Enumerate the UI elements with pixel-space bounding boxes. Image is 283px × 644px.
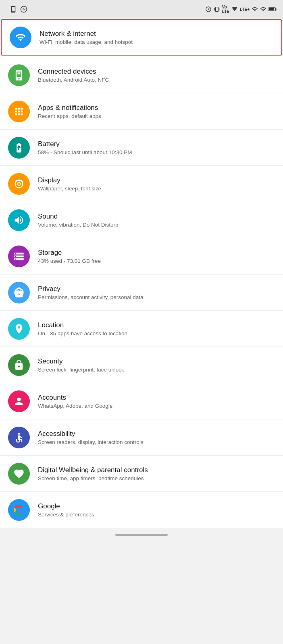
settings-item-battery[interactable]: Battery 58% - Should last until about 10… xyxy=(0,130,283,166)
item-title-google: Google xyxy=(38,502,275,510)
item-subtitle-accounts: WhatsApp, Adobe, and Google xyxy=(38,403,275,409)
item-subtitle-security: Screen lock, fingerprint, face unlock xyxy=(38,367,275,373)
item-subtitle-privacy: Permissions, account activity, personal … xyxy=(38,294,275,300)
settings-item-privacy[interactable]: Privacy Permissions, account activity, p… xyxy=(0,275,283,311)
volte-icon: VoLTE xyxy=(222,5,229,14)
item-subtitle-google: Services & preferences xyxy=(38,512,275,518)
item-subtitle-connected-devices: Bluetooth, Android Auto, NFC xyxy=(38,77,275,83)
item-title-accounts: Accounts xyxy=(38,394,275,402)
item-title-accessibility: Accessibility xyxy=(38,430,275,438)
svg-rect-3 xyxy=(269,8,274,10)
item-text-battery: Battery 58% - Should last until about 10… xyxy=(38,140,275,155)
settings-item-location[interactable]: Location On - 35 apps have access to loc… xyxy=(0,311,283,347)
settings-item-storage[interactable]: Storage 43% used - 73.01 GB free xyxy=(0,238,283,275)
item-text-google: Google Services & preferences xyxy=(38,502,275,518)
item-title-privacy: Privacy xyxy=(38,285,275,293)
location-icon-circle xyxy=(8,318,30,340)
item-subtitle-apps-notifications: Recent apps, default apps xyxy=(38,113,275,119)
signal1-icon xyxy=(252,6,258,12)
screenshot-icon xyxy=(10,6,17,13)
item-text-digital-wellbeing: Digital Wellbeing & parental controls Sc… xyxy=(38,466,275,481)
settings-item-sound[interactable]: Sound Volume, vibration, Do Not Disturb xyxy=(0,202,283,238)
item-text-apps-notifications: Apps & notifications Recent apps, defaul… xyxy=(38,104,275,119)
signal2-icon xyxy=(260,6,266,12)
settings-item-network[interactable]: Network & internet Wi-Fi, mobile, data u… xyxy=(1,19,282,56)
item-subtitle-storage: 43% used - 73.01 GB free xyxy=(38,258,275,264)
wellbeing-icon-circle xyxy=(8,463,30,485)
status-bar: VoLTE LTE+ xyxy=(0,0,283,18)
item-title-storage: Storage xyxy=(38,249,275,257)
svg-rect-2 xyxy=(276,8,277,10)
status-right: VoLTE LTE+ xyxy=(205,5,277,14)
wifi-icon-circle xyxy=(10,27,31,48)
nav-bar xyxy=(0,528,283,540)
item-title-security: Security xyxy=(38,357,275,365)
item-title-network: Network & internet xyxy=(40,30,273,38)
item-title-digital-wellbeing: Digital Wellbeing & parental controls xyxy=(38,466,275,474)
item-subtitle-battery: 58% - Should last until about 10:30 PM xyxy=(38,149,275,155)
battery-icon xyxy=(268,6,277,12)
display-icon-circle xyxy=(8,173,30,195)
storage-icon-circle xyxy=(8,246,30,267)
item-subtitle-accessibility: Screen readers, display, interaction con… xyxy=(38,439,275,445)
svg-rect-4 xyxy=(18,72,21,74)
item-title-location: Location xyxy=(38,321,275,329)
apps-icon-circle xyxy=(8,101,30,122)
settings-list: Network & internet Wi-Fi, mobile, data u… xyxy=(0,19,283,528)
status-left xyxy=(6,6,27,13)
item-title-display: Display xyxy=(38,176,275,184)
item-subtitle-display: Wallpaper, sleep, font size xyxy=(38,186,275,192)
svg-point-6 xyxy=(18,433,20,435)
settings-item-security[interactable]: Security Screen lock, fingerprint, face … xyxy=(0,347,283,383)
item-text-privacy: Privacy Permissions, account activity, p… xyxy=(38,285,275,300)
item-subtitle-location: On - 35 apps have access to location xyxy=(38,330,275,336)
item-title-connected-devices: Connected devices xyxy=(38,68,275,76)
item-text-storage: Storage 43% used - 73.01 GB free xyxy=(38,249,275,264)
item-text-display: Display Wallpaper, sleep, font size xyxy=(38,176,275,192)
shazam-icon xyxy=(20,6,27,13)
hotspot-icon xyxy=(231,6,238,12)
item-title-apps-notifications: Apps & notifications xyxy=(38,104,275,112)
battery-icon-circle xyxy=(8,137,30,159)
item-text-connected-devices: Connected devices Bluetooth, Android Aut… xyxy=(38,68,275,83)
item-subtitle-sound: Volume, vibration, Do Not Disturb xyxy=(38,222,275,228)
item-text-sound: Sound Volume, vibration, Do Not Disturb xyxy=(38,213,275,228)
item-text-accessibility: Accessibility Screen readers, display, i… xyxy=(38,430,275,445)
settings-item-apps-notifications[interactable]: Apps & notifications Recent apps, defaul… xyxy=(0,93,283,130)
item-title-sound: Sound xyxy=(38,213,275,221)
settings-item-accessibility[interactable]: Accessibility Screen readers, display, i… xyxy=(0,419,283,456)
sound-icon-circle xyxy=(8,209,30,231)
accounts-icon-circle xyxy=(8,390,30,412)
privacy-icon-circle xyxy=(8,282,30,303)
item-subtitle-digital-wellbeing: Screen time, app timers, bedtime schedul… xyxy=(38,475,275,481)
security-icon-circle xyxy=(8,354,30,376)
settings-item-digital-wellbeing[interactable]: Digital Wellbeing & parental controls Sc… xyxy=(0,456,283,492)
settings-item-connected-devices[interactable]: Connected devices Bluetooth, Android Aut… xyxy=(0,57,283,93)
alarm-icon xyxy=(205,6,212,12)
item-text-network: Network & internet Wi-Fi, mobile, data u… xyxy=(40,30,273,45)
item-text-security: Security Screen lock, fingerprint, face … xyxy=(38,357,275,373)
accessibility-icon-circle xyxy=(8,427,30,448)
google-icon-circle xyxy=(8,499,30,521)
lte-icon: LTE+ xyxy=(240,7,250,12)
settings-item-display[interactable]: Display Wallpaper, sleep, font size xyxy=(0,166,283,202)
settings-item-accounts[interactable]: Accounts WhatsApp, Adobe, and Google xyxy=(0,383,283,419)
settings-item-google[interactable]: Google Services & preferences xyxy=(0,492,283,528)
connected-icon-circle xyxy=(8,64,30,86)
nav-pill xyxy=(115,534,168,536)
item-text-accounts: Accounts WhatsApp, Adobe, and Google xyxy=(38,394,275,409)
item-subtitle-network: Wi-Fi, mobile, data usage, and hotspot xyxy=(40,39,273,45)
item-text-location: Location On - 35 apps have access to loc… xyxy=(38,321,275,336)
vibrate-icon xyxy=(214,6,220,12)
item-title-battery: Battery xyxy=(38,140,275,148)
